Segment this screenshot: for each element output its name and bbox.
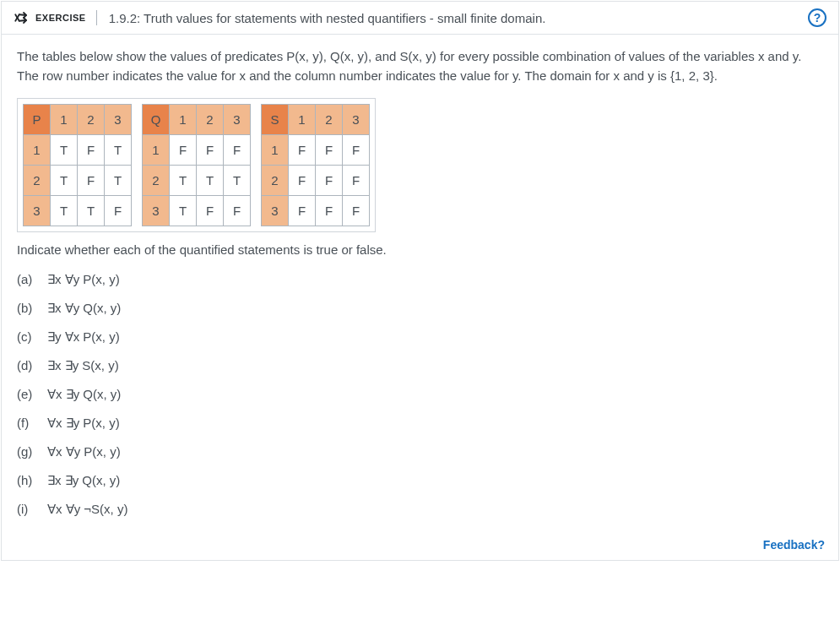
question-item: (b)∃x ∀y Q(x, y) (17, 294, 823, 323)
col-header: 1 (51, 104, 78, 134)
question-text: ∃x ∀y Q(x, y) (47, 301, 121, 316)
question-item: (h)∃x ∃y Q(x, y) (17, 466, 823, 495)
table-cell: F (316, 165, 343, 195)
row-header: 2 (262, 165, 289, 195)
question-label: (g) (17, 444, 35, 459)
question-item: (e)∀x ∃y Q(x, y) (17, 380, 823, 409)
table-cell: F (197, 134, 224, 165)
col-header: 2 (316, 104, 343, 134)
question-text: ∃x ∃y S(x, y) (47, 358, 119, 373)
question-item: (c)∃y ∀x P(x, y) (17, 323, 823, 351)
question-item: (f)∀x ∃y P(x, y) (17, 409, 823, 438)
row-header: 3 (143, 195, 170, 226)
exercise-header: EXERCISE 1.9.2: Truth values for stateme… (2, 2, 838, 35)
question-label: (e) (17, 387, 35, 402)
table-cell: F (170, 134, 197, 165)
predicate-tables: P1231TFT2TFT3TTFQ1231FFF2TTT3TFFS1231FFF… (17, 98, 376, 232)
table-cell: F (224, 195, 251, 226)
col-header: 3 (343, 104, 370, 134)
svg-line-0 (19, 14, 26, 15)
col-header: 3 (224, 104, 251, 134)
question-label: (f) (17, 416, 35, 431)
question-label: (b) (17, 301, 35, 316)
table-cell: T (105, 165, 132, 195)
table-cell: T (78, 195, 105, 226)
table-cell: T (170, 195, 197, 226)
feedback-link[interactable]: Feedback? (763, 538, 825, 552)
table-cell: F (289, 165, 316, 195)
table-corner: Q (143, 104, 170, 134)
table-cell: F (343, 195, 370, 226)
question-text: ∀x ∀y P(x, y) (47, 444, 121, 459)
question-label: (h) (17, 473, 35, 488)
question-text: ∀x ∃y Q(x, y) (47, 387, 121, 402)
row-header: 1 (143, 134, 170, 165)
exercise-title: 1.9.2: Truth values for statements with … (109, 11, 808, 25)
question-item: (a)∃x ∀y P(x, y) (17, 265, 823, 294)
exercise-badge: EXERCISE (14, 10, 97, 25)
table-cell: F (105, 195, 132, 226)
table-cell: T (224, 165, 251, 195)
table-cell: T (170, 165, 197, 195)
question-item: (d)∃x ∃y S(x, y) (17, 351, 823, 380)
table-corner: P (24, 104, 51, 134)
table-corner: S (262, 104, 289, 134)
question-item: (i)∀x ∀y ¬S(x, y) (17, 495, 823, 524)
table-cell: F (316, 134, 343, 165)
question-text: ∃x ∃y Q(x, y) (47, 473, 120, 488)
predicate-table-Q: Q1231FFF2TTT3TFF (142, 104, 251, 226)
question-label: (a) (17, 272, 35, 287)
table-cell: T (51, 134, 78, 165)
question-item: (g)∀x ∀y P(x, y) (17, 438, 823, 466)
table-cell: T (51, 195, 78, 226)
table-cell: F (289, 195, 316, 226)
col-header: 1 (170, 104, 197, 134)
table-cell: T (105, 134, 132, 165)
exercise-intro: The tables below show the values of pred… (17, 46, 823, 86)
table-cell: F (316, 195, 343, 226)
table-cell: F (197, 195, 224, 226)
col-header: 2 (197, 104, 224, 134)
question-text: ∀x ∃y P(x, y) (47, 416, 120, 431)
exercise-card: EXERCISE 1.9.2: Truth values for stateme… (1, 1, 839, 561)
question-label: (i) (17, 502, 35, 517)
row-header: 2 (143, 165, 170, 195)
row-header: 2 (24, 165, 51, 195)
shuffle-icon (14, 10, 29, 25)
table-cell: F (78, 134, 105, 165)
predicate-table-S: S1231FFF2FFF3FFF (261, 104, 370, 226)
question-list: (a)∃x ∀y P(x, y)(b)∃x ∀y Q(x, y)(c)∃y ∀x… (17, 265, 823, 524)
exercise-body: The tables below show the values of pred… (2, 35, 838, 532)
svg-line-1 (19, 20, 26, 21)
table-cell: F (289, 134, 316, 165)
question-text: ∃y ∀x P(x, y) (47, 329, 120, 345)
table-cell: T (197, 165, 224, 195)
question-text: ∀x ∀y ¬S(x, y) (47, 502, 127, 517)
question-text: ∃x ∀y P(x, y) (47, 272, 120, 287)
predicate-table-P: P1231TFT2TFT3TTF (23, 104, 132, 226)
col-header: 3 (105, 104, 132, 134)
exercise-badge-text: EXERCISE (35, 13, 86, 23)
row-header: 3 (262, 195, 289, 226)
question-label: (d) (17, 358, 35, 373)
col-header: 1 (289, 104, 316, 134)
row-header: 1 (24, 134, 51, 165)
question-prompt: Indicate whether each of the quantified … (17, 242, 823, 257)
row-header: 1 (262, 134, 289, 165)
row-header: 3 (24, 195, 51, 226)
table-cell: F (343, 134, 370, 165)
table-cell: F (78, 165, 105, 195)
question-label: (c) (17, 329, 35, 345)
table-cell: F (343, 165, 370, 195)
col-header: 2 (78, 104, 105, 134)
table-cell: F (224, 134, 251, 165)
table-cell: T (51, 165, 78, 195)
help-icon[interactable]: ? (808, 8, 826, 27)
feedback-row: Feedback? (2, 532, 838, 560)
